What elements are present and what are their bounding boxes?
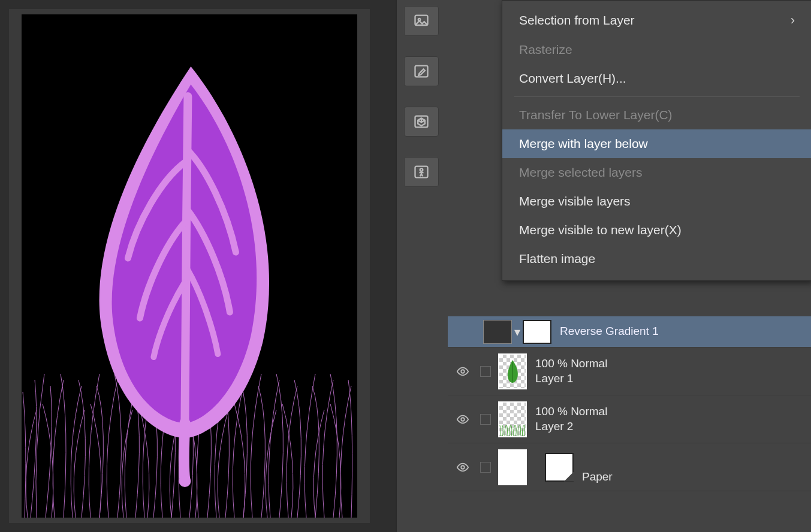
visibility-toggle[interactable] xyxy=(451,413,475,426)
menu-label: Convert Layer(H)... xyxy=(519,71,626,86)
svg-point-6 xyxy=(420,168,423,171)
menu-label: Flatten image xyxy=(519,252,595,266)
layer-opacity-mode: 100 % Normal xyxy=(535,404,607,419)
layer-opacity-mode: 100 % Normal xyxy=(535,356,607,371)
layer-thumbnail xyxy=(498,401,527,437)
menu-label: Merge selected layers xyxy=(519,165,642,180)
menu-label: Transfer To Lower Layer(C) xyxy=(519,108,673,122)
menu-selection-from-layer[interactable]: Selection from Layer › xyxy=(502,5,811,35)
chevron-right-icon: › xyxy=(791,13,795,28)
canvas[interactable] xyxy=(22,14,357,518)
lock-toggle[interactable] xyxy=(475,414,496,425)
layer-thumbnail xyxy=(498,353,527,389)
menu-label: Merge visible to new layer(X) xyxy=(519,223,682,237)
layer-thumbnail xyxy=(483,320,512,344)
layer-name: Layer 1 xyxy=(535,371,607,386)
layer-name: Reverse Gradient 1 xyxy=(560,324,659,339)
layer-2[interactable]: 100 % Normal Layer 2 xyxy=(448,395,811,443)
menu-convert-layer[interactable]: Convert Layer(H)... xyxy=(502,64,811,93)
panel-button-3d[interactable] xyxy=(404,107,439,137)
menu-rasterize: Rasterize xyxy=(502,35,811,64)
layer-mask-thumbnail xyxy=(523,320,551,344)
menu-merge-selected: Merge selected layers xyxy=(502,158,811,187)
menu-merge-visible-new[interactable]: Merge visible to new layer(X) xyxy=(502,216,811,244)
svg-point-0 xyxy=(179,475,191,487)
leaf-art xyxy=(71,55,299,486)
lock-toggle[interactable] xyxy=(475,366,496,377)
menu-flatten[interactable]: Flatten image xyxy=(502,244,811,273)
link-caret-icon: ▾ xyxy=(514,325,520,339)
menu-separator xyxy=(514,96,800,97)
panel-button-figure[interactable] xyxy=(404,157,439,187)
svg-point-7 xyxy=(461,370,465,373)
paper-icon xyxy=(545,453,574,482)
layer-info: 100 % Normal Layer 2 xyxy=(535,404,607,434)
layer-paper[interactable]: Paper xyxy=(448,443,811,491)
menu-transfer-lower: Transfer To Lower Layer(C) xyxy=(502,101,811,129)
layer-context-menu: Selection from Layer › Rasterize Convert… xyxy=(502,0,811,281)
layer-1[interactable]: 100 % Normal Layer 1 xyxy=(448,347,811,395)
right-panel: 2 ▾ Reverse Gradient 1 xyxy=(396,0,811,532)
menu-label: Merge visible layers xyxy=(519,194,631,208)
menu-label: Merge with layer below xyxy=(519,137,648,151)
menu-merge-below[interactable]: Merge with layer below xyxy=(502,129,811,158)
layer-info: 100 % Normal Layer 1 xyxy=(535,356,607,386)
layer-name: Paper xyxy=(582,470,613,485)
lock-toggle[interactable] xyxy=(475,462,496,473)
menu-merge-visible[interactable]: Merge visible layers xyxy=(502,187,811,216)
canvas-viewport[interactable] xyxy=(9,9,370,523)
layer-thumbnail xyxy=(498,449,527,485)
panel-button-image[interactable] xyxy=(404,6,439,36)
panel-button-edit[interactable] xyxy=(404,56,439,86)
layer-name: Layer 2 xyxy=(535,419,607,434)
menu-label: Selection from Layer xyxy=(519,13,635,28)
menu-label: Rasterize xyxy=(519,43,572,57)
layers-panel: ▾ Reverse Gradient 1 100 % Normal Layer … xyxy=(448,316,811,491)
visibility-toggle[interactable] xyxy=(451,461,475,474)
svg-point-8 xyxy=(461,418,465,421)
svg-point-9 xyxy=(461,466,465,469)
visibility-toggle[interactable] xyxy=(451,365,475,378)
layer-reverse-gradient[interactable]: ▾ Reverse Gradient 1 xyxy=(448,316,811,347)
